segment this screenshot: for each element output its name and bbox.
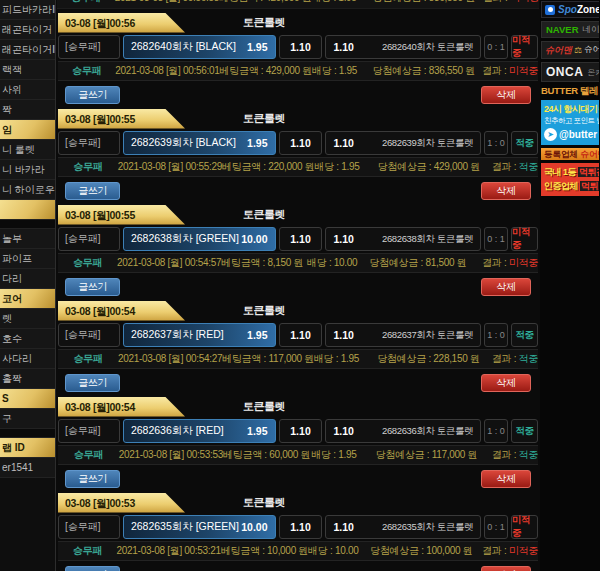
- sidebar-item[interactable]: 피드바카라Ⅱ: [0, 0, 55, 20]
- bet-type-box: [승무패]: [58, 419, 120, 443]
- score-box: 0 : 1: [484, 515, 508, 539]
- match-name: 2682636회차 토큰룰렛: [382, 425, 473, 438]
- write-post-button[interactable]: 글쓰기: [65, 566, 120, 571]
- banner-naver[interactable]: NAVER 네이버: [541, 21, 599, 38]
- game-title: 토큰룰렛: [243, 303, 285, 318]
- delete-button[interactable]: 삭제: [481, 566, 531, 571]
- banner-onca[interactable]: ONCA 온카: [541, 62, 599, 82]
- bet-block: 03-08 [월]00:54 토큰룰렛 [승무패] 2682636회차 [RED…: [58, 396, 538, 489]
- selected-pick-box[interactable]: 2682640회차 [BLACK] 1.95: [123, 35, 276, 59]
- onca-label: 온카: [587, 67, 599, 78]
- bet-result: 결과 : 미적중: [482, 256, 538, 270]
- selected-pick-box[interactable]: 2682635회차 [GREEN] 10.00: [123, 515, 276, 539]
- delete-button[interactable]: 삭제: [481, 86, 531, 104]
- write-post-button[interactable]: 글쓰기: [65, 470, 120, 488]
- odds-box-draw[interactable]: 1.10: [279, 323, 323, 347]
- bet-type-box: [승무패]: [58, 131, 120, 155]
- sidebar-item[interactable]: 니 바카라: [0, 160, 55, 180]
- bet-datetime: 2021-03-08 [월] 00:53:53: [119, 448, 223, 462]
- sidebar-item[interactable]: 래곤타이거Ⅱ: [0, 40, 55, 60]
- bet-datetime: 2021-03-08 [월] 00:54:27: [118, 352, 222, 366]
- date-time-badge: 03-08 [월]00:55: [58, 109, 185, 129]
- sureman-label: 슈어맨2: [584, 44, 599, 56]
- sidebar-item[interactable]: 사다리: [0, 349, 55, 369]
- bet-type-label: 승무패: [58, 256, 117, 270]
- delete-button[interactable]: 삭제: [481, 182, 531, 200]
- write-post-button[interactable]: 글쓰기: [65, 182, 120, 200]
- bet-type-label: 승무패: [57, 0, 115, 5]
- selected-pick-box[interactable]: 2682638회차 [GREEN] 10.00: [123, 227, 276, 251]
- delete-button[interactable]: 삭제: [481, 278, 531, 296]
- sidebar-item[interactable]: 랩 ID: [0, 438, 55, 458]
- bet-expected-win: 당첨예상금 : 81,500 원: [370, 256, 483, 270]
- telegram-plane-icon: ➤: [544, 128, 557, 141]
- sidebar-item[interactable]: 호수: [0, 329, 55, 349]
- bet-expected-win: 당첨예상금 : 836,550 원: [373, 64, 482, 78]
- sidebar-item[interactable]: 래곤타이거 Ⅰ: [0, 20, 55, 40]
- sidebar-item[interactable]: 구: [0, 409, 55, 429]
- bet-block: 03-08 [월]00:56 토큰룰렛 [승무패] 2682640회차 [BLA…: [58, 12, 538, 105]
- date-time-badge: 03-08 [월]00:53: [58, 493, 185, 513]
- banner-registered-strip[interactable]: 등록업체 슈어맨 시: [541, 148, 599, 160]
- write-post-button[interactable]: 글쓰기: [65, 278, 120, 296]
- banner-sureman[interactable]: 슈어맨 ⚖ 슈어맨2: [541, 41, 599, 59]
- detail-row: 승무패 2021-03-08 [월] 00:56:58 베팅금액 : 429,0…: [57, 0, 539, 8]
- sidebar-item[interactable]: 코어: [0, 289, 55, 309]
- sidebar-item[interactable]: 임: [0, 120, 55, 140]
- bet-block: 03-08 [월]00:53 토큰룰렛 [승무패] 2682635회차 [GRE…: [58, 492, 538, 571]
- bet-type-label: 승무패: [58, 160, 118, 174]
- sidebar-item[interactable]: 렛: [0, 309, 55, 329]
- sidebar-item[interactable]: 사위: [0, 80, 55, 100]
- odds-box-draw[interactable]: 1.10: [279, 227, 323, 251]
- bet-type-label: 승무패: [58, 64, 115, 78]
- bet-result: 결과 : 적중: [492, 352, 538, 366]
- selected-pick-box[interactable]: 2682637회차 [RED] 1.95: [123, 323, 276, 347]
- bet-type-label: 승무패: [58, 352, 118, 366]
- match-name: 2682635회차 토큰룰렛: [382, 521, 473, 534]
- selected-pick-box[interactable]: 2682639회차 [BLACK] 1.95: [123, 131, 276, 155]
- banner-butter-telegram-title[interactable]: BUTTER 텔레그램: [541, 85, 599, 97]
- bet-expected: 당첨예상금 : 836,550 원: [373, 0, 483, 5]
- selected-pick-box[interactable]: 2682636회차 [RED] 1.95: [123, 419, 276, 443]
- sidebar-item[interactable]: 홀짝: [0, 369, 55, 389]
- bet-detail-row: 승무패 2021-03-08 [월] 00:54:27 베팅금액 : 117,0…: [58, 349, 538, 369]
- game-title: 토큰룰렛: [243, 111, 285, 126]
- delete-button[interactable]: 삭제: [481, 470, 531, 488]
- bet-odds: 배당 : 10.00: [307, 256, 370, 270]
- sidebar-item[interactable]: er1541: [0, 458, 55, 478]
- odds-box-draw[interactable]: 1.10: [279, 35, 323, 59]
- bet-type-box: [승무패]: [58, 515, 120, 539]
- odds-box-draw[interactable]: 1.10: [279, 419, 323, 443]
- bet-odds: 배당 : 1.95: [311, 448, 375, 462]
- banner-spozone[interactable]: Spo Zone: [541, 1, 599, 18]
- sidebar-item[interactable]: 랙잭: [0, 60, 55, 80]
- sureman-logo: 슈어맨: [545, 44, 572, 57]
- spozone-logo-part1: Spo: [558, 4, 577, 15]
- banner-telegram[interactable]: 24시 항시대기중 친추하고 포인트 받자 ➤ @butter: [541, 100, 599, 145]
- score-box: 1 : 0: [484, 323, 508, 347]
- delete-button[interactable]: 삭제: [481, 374, 531, 392]
- odds-box-draw[interactable]: 1.10: [279, 515, 323, 539]
- bet-amount: 베팅금액 : 10,000 원: [221, 544, 308, 558]
- sidebar-item[interactable]: [0, 200, 55, 220]
- result-badge: 미적중: [511, 35, 538, 59]
- sidebar-item[interactable]: 짝: [0, 100, 55, 120]
- spozone-icon: [545, 5, 555, 15]
- sidebar-item[interactable]: 다리: [0, 269, 55, 289]
- bet-datetime: 2021-03-08 [월] 00:55:29: [118, 160, 222, 174]
- match-info-box: 1.10 2682639회차 토큰룰렛: [325, 131, 481, 155]
- bet-expected-win: 당첨예상금 : 429,000 원: [378, 160, 492, 174]
- bet-result: 결과 : 적중: [492, 448, 538, 462]
- sidebar-item[interactable]: 놀부: [0, 229, 55, 249]
- write-post-button[interactable]: 글쓰기: [65, 374, 120, 392]
- match-name: 2682637회차 토큰룰렛: [382, 329, 473, 342]
- sidebar-item[interactable]: 니 룰렛: [0, 140, 55, 160]
- sidebar-item[interactable]: 니 하이로우: [0, 180, 55, 200]
- bet-block: 03-08 [월]00:54 토큰룰렛 [승무패] 2682637회차 [RED…: [58, 300, 538, 393]
- sidebar-item[interactable]: 파이프: [0, 249, 55, 269]
- sidebar-item[interactable]: S: [0, 389, 55, 409]
- bet-detail-row: 승무패 2021-03-08 [월] 00:56:01 베팅금액 : 429,0…: [58, 61, 538, 81]
- odds-box-draw[interactable]: 1.10: [279, 131, 323, 155]
- banner-mukti-verification[interactable]: 국내 1등 먹튀검증 인증업체 먹튀보증: [541, 163, 599, 196]
- write-post-button[interactable]: 글쓰기: [65, 86, 120, 104]
